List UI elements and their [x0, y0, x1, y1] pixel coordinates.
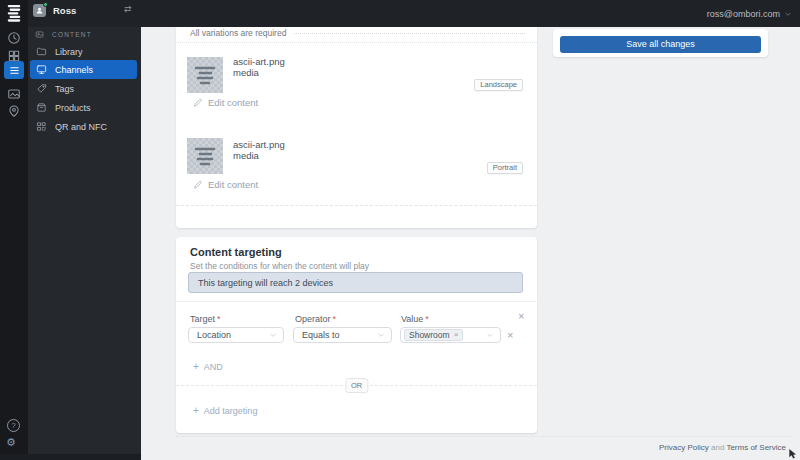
switch-workspace-icon[interactable]: ⇄ — [124, 4, 132, 14]
schedule-icon[interactable] — [7, 31, 21, 45]
media-thumbnail[interactable] — [187, 57, 223, 93]
help-icon[interactable]: ? — [7, 419, 20, 432]
value-label: Value* — [401, 314, 429, 324]
required-mark: * — [425, 314, 429, 324]
pencil-icon — [193, 180, 203, 190]
media-thumbnail[interactable] — [187, 138, 223, 174]
remove-rule-icon[interactable]: × — [518, 311, 524, 322]
top-bar: Ross ⇄ ross@ombori.com — [28, 0, 800, 27]
chevron-down-icon — [269, 331, 277, 339]
sidebar-item-products[interactable]: Products — [30, 98, 137, 117]
ombori-logo-icon[interactable] — [5, 5, 23, 22]
edit-content-link[interactable]: Edit content — [193, 97, 258, 108]
footer-divider — [176, 436, 792, 437]
media-file-name: ascii-art.png media — [233, 139, 285, 161]
plus-icon: + — [193, 361, 199, 372]
variations-bottom-divider — [176, 205, 537, 206]
footer-conjunction: and — [711, 443, 724, 452]
variations-card: All variations are required ascii-art.pn… — [176, 27, 537, 228]
sidebar-item-tags[interactable]: Tags — [30, 79, 137, 98]
terms-of-service-link[interactable]: Terms of Service — [726, 443, 786, 452]
display-icon — [36, 64, 47, 75]
required-mark: * — [217, 314, 221, 324]
sidebar-section-label: CONTENT — [52, 31, 92, 38]
save-card: Save all changes — [553, 29, 768, 57]
orientation-badge: Portrait — [487, 162, 523, 174]
footer-links: Privacy Policy and Terms of Service — [659, 443, 786, 452]
chevron-down-icon — [486, 331, 494, 339]
qr-icon — [36, 121, 47, 132]
main-content: All variations are required ascii-art.pn… — [141, 27, 800, 460]
media-rail-icon[interactable] — [7, 87, 21, 101]
required-mark: * — [333, 314, 337, 324]
value-tag: Showroom × — [404, 329, 463, 341]
save-all-changes-button[interactable]: Save all changes — [560, 36, 761, 53]
target-select[interactable]: Location — [188, 327, 284, 343]
media-file-name: ascii-art.png media — [233, 56, 285, 78]
settings-gear-icon[interactable]: ⚙ — [6, 436, 16, 449]
sidebar-section-content: CONTENT — [35, 30, 92, 39]
targeting-subtitle: Set the conditions for when the content … — [190, 261, 369, 271]
add-targeting-link[interactable]: + Add targeting — [193, 405, 257, 416]
mouse-cursor — [789, 449, 798, 459]
chevron-down-icon — [377, 331, 385, 339]
sidebar: CONTENT Library Channels Tags Products Q… — [28, 27, 141, 460]
pencil-icon — [193, 98, 203, 108]
box-icon — [36, 102, 47, 113]
or-badge: OR — [345, 378, 368, 393]
plus-icon: + — [193, 405, 199, 416]
value-multiselect[interactable]: Showroom × — [400, 327, 501, 343]
chevron-down-icon — [784, 10, 792, 18]
targeting-reach-banner: This targeting will reach 2 devices — [188, 272, 523, 293]
note-divider-line — [294, 33, 525, 34]
sidebar-bottom-strip — [0, 454, 141, 460]
tag-icon — [36, 83, 47, 94]
workspace-user-chip[interactable]: Ross — [33, 4, 76, 17]
operator-select[interactable]: Equals to — [293, 327, 392, 343]
section-divider — [176, 42, 537, 43]
content-section-header-icon — [35, 30, 44, 39]
remove-tag-icon[interactable]: × — [454, 331, 459, 339]
remove-condition-icon[interactable]: × — [507, 330, 513, 341]
folder-icon — [36, 46, 47, 57]
locations-pin-icon[interactable] — [7, 104, 21, 118]
privacy-policy-link[interactable]: Privacy Policy — [659, 443, 709, 452]
account-menu[interactable]: ross@ombori.com — [707, 0, 792, 27]
add-and-condition-link[interactable]: + AND — [193, 361, 223, 372]
content-section-icon[interactable] — [4, 61, 24, 79]
online-status-dot — [43, 2, 48, 7]
edit-content-link[interactable]: Edit content — [193, 179, 258, 190]
operator-label: Operator* — [295, 314, 336, 324]
sidebar-item-library[interactable]: Library — [30, 42, 137, 61]
variations-note-row: All variations are required — [190, 28, 525, 38]
account-email: ross@ombori.com — [707, 9, 780, 19]
avatar — [33, 4, 46, 17]
sidebar-item-qr-and-nfc[interactable]: QR and NFC — [30, 117, 137, 136]
workspace-name: Ross — [53, 5, 76, 16]
variations-note: All variations are required — [190, 28, 286, 38]
icon-rail: ? ⚙ — [0, 0, 28, 460]
content-targeting-card: Content targeting Set the conditions for… — [176, 237, 537, 433]
sidebar-item-channels[interactable]: Channels — [30, 60, 137, 79]
orientation-badge: Landscape — [474, 79, 523, 91]
target-label: Target* — [190, 314, 221, 324]
targeting-title: Content targeting — [190, 246, 282, 258]
targeting-divider — [176, 301, 537, 302]
targeting-reach-message: This targeting will reach 2 devices — [198, 278, 333, 288]
